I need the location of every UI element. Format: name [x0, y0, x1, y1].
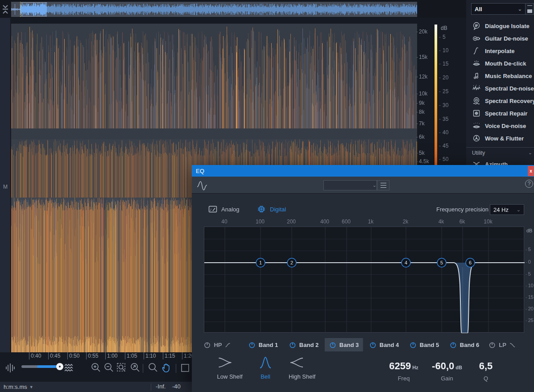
spectral-wave-icon: [472, 84, 481, 93]
eq-window-titlebar[interactable]: EQ x: [192, 165, 534, 177]
frequency-precision-label: Frequency precision: [436, 206, 488, 213]
time-ruler[interactable]: 0:40 0:45 0:50 0:55 1:00 1:05 1:10 1:15 …: [0, 352, 192, 360]
q-param[interactable]: 6,5 Q: [479, 360, 493, 382]
time-format-selector[interactable]: h:m:s.ms: [4, 384, 27, 390]
toolbar-separator: [176, 364, 176, 373]
hp-band-button[interactable]: HP: [199, 338, 235, 351]
waveform-overview[interactable]: [11, 2, 417, 17]
toolbar-separator: [143, 364, 143, 373]
module-item-label: Guitar De-noise: [485, 35, 528, 42]
band3-button[interactable]: Band 3: [325, 338, 363, 351]
high-shelf-icon: [289, 356, 305, 369]
svg-text:5: 5: [440, 260, 443, 265]
overview-bar: [0, 0, 466, 18]
magnify-tool-button[interactable]: [147, 362, 159, 374]
zoom-out-button[interactable]: [103, 362, 115, 374]
module-item-label: Dialogue Isolate: [485, 23, 530, 29]
eq-band-buttons: HP Band 1 Band 2 Band 3 Band 4 Band: [192, 338, 534, 351]
close-icon: x: [530, 169, 532, 173]
freq-param[interactable]: 6259Hz Freq: [389, 360, 418, 382]
band2-button[interactable]: Band 2: [285, 338, 323, 351]
svg-text:6: 6: [469, 260, 472, 265]
lowpass-slope-icon: [509, 342, 515, 348]
utility-header-label: Utility: [472, 150, 485, 156]
module-item-music-rebalance[interactable]: Music Rebalance: [466, 70, 534, 82]
eq-window-title: EQ: [196, 168, 204, 174]
view-blend-slider[interactable]: [21, 365, 61, 368]
panel-menu-button[interactable]: [526, 3, 534, 15]
plus-box-icon: [472, 109, 481, 118]
module-item-spectral-de-noise[interactable]: Spectral De-noise: [466, 82, 534, 95]
utility-section-header[interactable]: Utility ⌄: [466, 147, 534, 158]
channel-label: M: [3, 184, 8, 190]
svg-text:4: 4: [405, 260, 407, 265]
bottom-toolbar: [0, 360, 192, 378]
gain-param[interactable]: -60,0dB Gain: [432, 360, 462, 382]
preset-dropdown[interactable]: ⌄: [323, 180, 377, 190]
frequency-precision-value: 24 Hz: [493, 206, 509, 213]
amplitude-colorbar[interactable]: [435, 25, 437, 165]
module-item-mouth-de-click[interactable]: Mouth De-click: [466, 57, 534, 70]
zoom-fit-button[interactable]: [129, 362, 141, 374]
meter-min-value: -Inf.: [156, 383, 166, 390]
module-item-label: Spectral Recovery: [485, 98, 534, 104]
zoom-in-button[interactable]: [90, 362, 102, 374]
frequency-precision-dropdown[interactable]: 24 Hz ⌄: [490, 204, 524, 215]
close-button[interactable]: x: [528, 166, 534, 176]
digital-label: Digital: [270, 206, 286, 213]
module-item-voice-de-noise[interactable]: Voice De-noise: [466, 120, 534, 132]
analog-gauge-icon: [208, 204, 218, 214]
rx-audio-editor: Dialogue Contour Dialogue Isolate Guitar…: [0, 0, 534, 392]
voice-icon: [472, 121, 481, 130]
chevron-down-icon: ⌄: [518, 6, 522, 12]
eq-toolbar: ⌄ ?: [192, 177, 534, 194]
lp-band-button[interactable]: LP: [484, 338, 520, 351]
band1-button[interactable]: Band 1: [244, 338, 282, 351]
zoom-selection-button[interactable]: [116, 362, 128, 374]
chevron-down-icon: ⌄: [373, 182, 377, 188]
mouth-icon: [472, 59, 481, 68]
low-shelf-icon: [217, 356, 233, 369]
bell-shape-button[interactable]: Bell: [257, 356, 273, 380]
meter-max-value: -40: [172, 383, 181, 390]
module-item-wow-flutter[interactable]: Wow & Flutter: [466, 132, 534, 144]
power-icon: [289, 341, 296, 348]
power-icon: [488, 341, 496, 348]
guitar-icon: [472, 34, 481, 43]
power-icon: [410, 341, 417, 348]
slider-knob[interactable]: [56, 363, 63, 370]
lifebuoy-icon: [472, 96, 481, 105]
overview-collapse-icon[interactable]: [1, 4, 9, 15]
module-item-interpolate[interactable]: Interpolate: [466, 45, 534, 57]
hamburger-icon: [527, 5, 532, 9]
help-button[interactable]: ?: [525, 180, 533, 188]
chevron-down-icon[interactable]: ▼: [29, 385, 33, 389]
highpass-slope-icon: [225, 342, 231, 348]
module-filter-value: All: [475, 6, 482, 12]
time-selection-tool-button[interactable]: [179, 362, 191, 374]
analog-mode-button[interactable]: Analog: [208, 204, 239, 214]
speech-bubble-icon: [472, 21, 481, 30]
bell-curve-icon: [257, 356, 273, 369]
band6-button[interactable]: Band 6: [445, 338, 484, 351]
hand-tool-button[interactable]: [161, 362, 172, 374]
slider-fill: [37, 365, 58, 368]
band4-button[interactable]: Band 4: [365, 338, 403, 351]
module-item-spectral-repair[interactable]: Spectral Repair: [466, 107, 534, 120]
svg-text:2: 2: [290, 260, 293, 265]
eq-curve-display[interactable]: 1 2 4 5 6: [204, 227, 524, 333]
module-item-label: Mouth De-click: [485, 60, 526, 67]
module-item-label: Wow & Flutter: [485, 135, 524, 142]
high-shelf-shape-button[interactable]: High Shelf: [289, 356, 315, 380]
preset-menu-button[interactable]: [377, 180, 389, 190]
module-item-spectral-recovery[interactable]: Spectral Recovery: [466, 95, 534, 107]
chevron-down-icon: ⌄: [528, 150, 532, 156]
digital-mode-button[interactable]: Digital: [257, 204, 286, 214]
low-shelf-shape-button[interactable]: Low Shelf: [217, 356, 242, 380]
module-item-dialogue-isolate[interactable]: Dialogue Isolate: [466, 20, 534, 32]
module-item-guitar-de-noise[interactable]: Guitar De-noise: [466, 32, 534, 45]
module-item-label: Voice De-noise: [485, 123, 526, 129]
turntable-icon: [472, 134, 481, 143]
module-filter-dropdown[interactable]: All ⌄: [471, 3, 526, 15]
band5-button[interactable]: Band 5: [405, 338, 443, 351]
